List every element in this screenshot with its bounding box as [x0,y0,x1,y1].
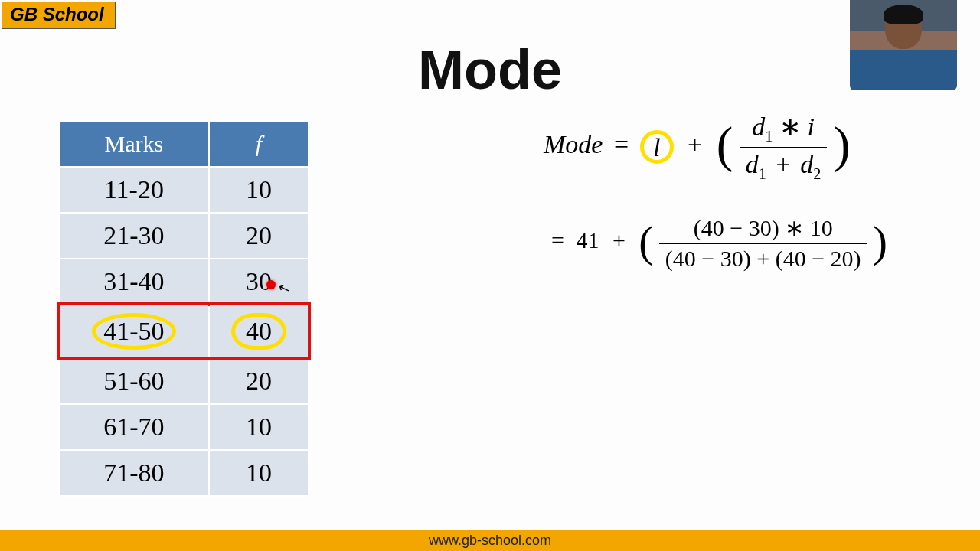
mode-formula-symbolic: Mode = l + ( d1 ∗ i d1 + d2 ) [544,111,850,183]
highlight-circle-icon: 41-50 [92,313,175,350]
cell-marks: 51-60 [59,358,209,404]
highlight-circle-l-icon: l [640,130,674,164]
cell-freq: 10 [209,404,309,450]
cell-marks: 61-70 [59,404,209,450]
fraction-denominator: d1 + d2 [740,148,828,183]
table-row: 51-60 20 [59,358,309,404]
cell-marks: 11-20 [59,167,209,213]
laser-pointer-icon [266,280,276,289]
cell-freq: 20 [209,358,309,404]
plus-sign: + [612,227,626,253]
fraction-numerator: d1 ∗ i [740,111,828,148]
presenter-video-thumbnail [850,0,957,90]
table-row: 21-30 20 [59,213,309,259]
fraction-numerator: (40 − 30) ∗ 10 [659,214,867,244]
right-paren-icon: ) [873,217,887,266]
l-value: 41 [576,227,599,253]
table-row: 71-80 10 [59,450,309,496]
left-paren-icon: ( [717,117,733,172]
cell-marks: 21-30 [59,213,209,259]
table-row-modal-class: 41-50 40 [59,305,309,358]
cell-marks-modal: 41-50 [59,305,209,358]
fraction: d1 ∗ i d1 + d2 [740,111,828,183]
cell-marks: 71-80 [59,450,209,496]
highlight-circle-icon: 40 [231,313,286,350]
cell-freq: 30 [209,259,309,305]
cell-freq-modal: 40 [209,305,309,358]
cell-freq: 10 [209,167,309,213]
fraction-denominator: (40 − 30) + (40 − 20) [659,244,867,272]
equals-sign: = [551,227,564,253]
formula-lhs: Mode [544,130,603,158]
logo-badge: GB School [2,2,116,29]
right-paren-icon: ) [834,117,851,172]
fraction: (40 − 30) ∗ 10 (40 − 30) + (40 − 20) [659,214,867,272]
cell-freq: 20 [209,213,309,259]
cell-freq: 10 [209,450,309,496]
left-paren-icon: ( [639,217,653,266]
cell-marks: 31-40 [59,259,209,305]
col-header-marks: Marks [59,121,209,167]
plus-sign: + [688,130,702,158]
footer-url: www.gb-school.com [0,530,980,551]
col-header-frequency: f [209,121,309,167]
table-row: 61-70 10 [59,404,309,450]
mode-formula-substituted: = 41 + ( (40 − 30) ∗ 10 (40 − 30) + (40 … [551,214,887,272]
frequency-table: Marks f 11-20 10 21-30 20 31-40 30 41-50… [58,120,309,497]
equals-sign: = [614,130,629,158]
page-title: Mode [0,38,980,101]
table-row: 11-20 10 [59,167,309,213]
